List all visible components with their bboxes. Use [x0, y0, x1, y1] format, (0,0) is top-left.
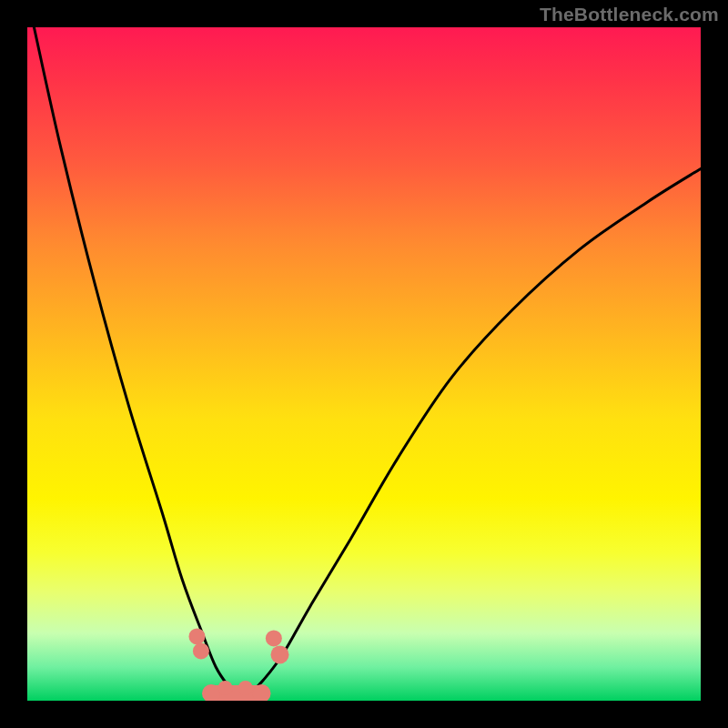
minimum-marker [188, 628, 288, 701]
svg-point-8 [238, 681, 253, 695]
bottleneck-curve [34, 27, 701, 697]
chart-frame: TheBottleneck.com [0, 0, 728, 728]
chart-svg [27, 27, 701, 701]
svg-point-1 [193, 642, 209, 659]
plot-area [27, 27, 701, 701]
curve-layer [34, 27, 701, 697]
svg-point-0 [188, 628, 205, 644]
watermark-text: TheBottleneck.com [540, 4, 719, 25]
svg-point-7 [218, 681, 233, 695]
svg-point-3 [271, 645, 289, 663]
svg-point-2 [266, 630, 282, 646]
